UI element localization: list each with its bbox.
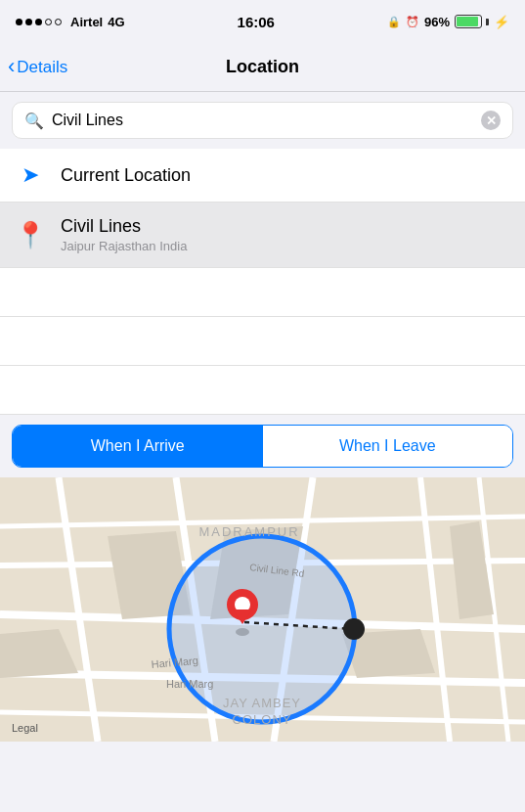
map-area[interactable]: Hari Marg Hari Marg Civil Line Rd MADRAM… <box>0 477 525 742</box>
search-box[interactable]: 🔍 Civil Lines ✕ <box>12 102 513 139</box>
signal-dot-2 <box>25 19 32 25</box>
signal-dot-3 <box>35 19 42 25</box>
status-time: 16:06 <box>238 14 275 30</box>
when-leave-label: When I Leave <box>339 437 436 455</box>
svg-text:Hari Marg: Hari Marg <box>166 678 213 690</box>
svg-text:COLONY: COLONY <box>233 712 292 727</box>
when-arrive-label: When I Arrive <box>91 437 185 455</box>
current-location-title: Current Location <box>61 165 509 186</box>
current-location-icon-container: ➤ <box>16 162 45 188</box>
svg-text:MADRAMPUR: MADRAMPUR <box>198 524 299 539</box>
civil-lines-icon-container: 📍 <box>16 220 45 250</box>
list-item-current-location[interactable]: ➤ Current Location <box>0 149 525 203</box>
nav-bar: ‹ Details Location <box>0 43 525 92</box>
list-item-civil-lines[interactable]: 📍 Civil Lines Jaipur Rajasthan India <box>0 203 525 268</box>
empty-row-3 <box>0 366 525 415</box>
lightning-icon: ⚡ <box>494 15 509 29</box>
empty-row-2 <box>0 317 525 366</box>
empty-row-1 <box>0 268 525 317</box>
search-clear-button[interactable]: ✕ <box>481 111 501 130</box>
carrier-label: Airtel <box>70 15 103 29</box>
civil-lines-title: Civil Lines <box>61 216 509 237</box>
status-right: 🔒 ⏰ 96% ⚡ <box>387 15 509 29</box>
page-title: Location <box>226 57 299 77</box>
signal-dot-1 <box>16 19 22 25</box>
segmented-control: When I Arrive When I Leave <box>12 425 513 468</box>
civil-lines-subtitle: Jaipur Rajasthan India <box>61 239 509 253</box>
signal-dots <box>16 19 62 25</box>
signal-dot-4 <box>45 19 52 25</box>
lock-icon: 🔒 <box>387 16 401 28</box>
alarm-icon: ⏰ <box>406 16 419 28</box>
location-arrow-icon: ➤ <box>22 162 39 188</box>
map-pin-icon: 📍 <box>15 220 46 250</box>
battery-icon <box>455 15 489 28</box>
search-input[interactable]: Civil Lines <box>52 112 473 129</box>
back-button[interactable]: ‹ Details <box>8 57 67 77</box>
map-svg: Hari Marg Hari Marg Civil Line Rd MADRAM… <box>0 477 525 742</box>
signal-dot-5 <box>55 19 62 25</box>
status-bar: Airtel 4G 16:06 🔒 ⏰ 96% ⚡ <box>0 0 525 43</box>
svg-text:JAY AMBEY: JAY AMBEY <box>223 696 301 710</box>
battery-percent: 96% <box>424 15 450 29</box>
current-location-text: Current Location <box>61 165 509 186</box>
search-container: 🔍 Civil Lines ✕ <box>0 92 525 149</box>
empty-rows <box>0 268 525 415</box>
when-leave-button[interactable]: When I Leave <box>263 426 513 467</box>
status-left: Airtel 4G <box>16 15 125 29</box>
svg-point-25 <box>236 628 249 636</box>
svg-point-24 <box>343 618 365 640</box>
back-label: Details <box>17 58 67 77</box>
civil-lines-text: Civil Lines Jaipur Rajasthan India <box>61 216 509 253</box>
segmented-section: When I Arrive When I Leave <box>0 415 525 477</box>
legal-text: Legal <box>12 722 38 734</box>
chevron-left-icon: ‹ <box>8 56 15 77</box>
network-label: 4G <box>108 15 124 29</box>
when-arrive-button[interactable]: When I Arrive <box>13 426 263 467</box>
list-section: ➤ Current Location 📍 Civil Lines Jaipur … <box>0 149 525 415</box>
search-icon: 🔍 <box>24 112 44 130</box>
